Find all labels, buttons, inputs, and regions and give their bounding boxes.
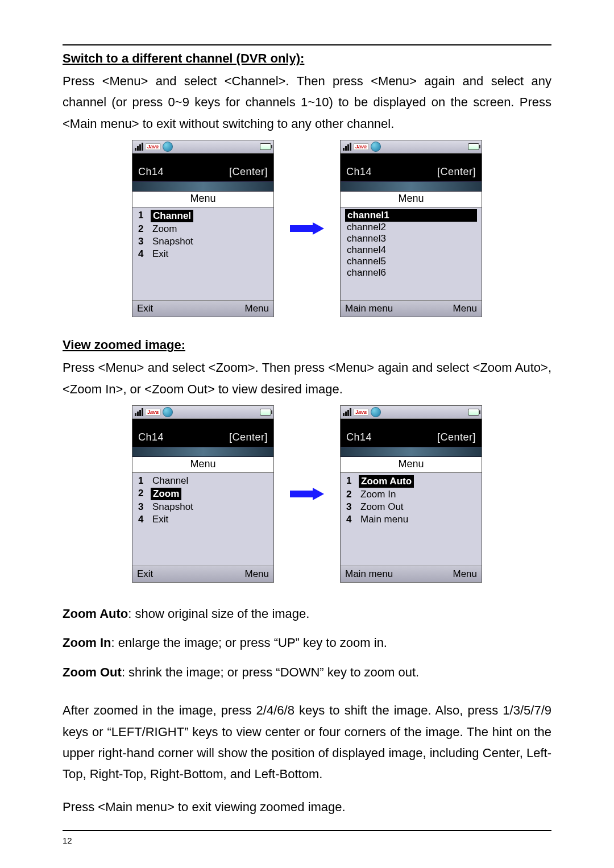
globe-icon xyxy=(163,407,173,417)
menu-item-label: channel1 xyxy=(345,209,477,222)
menu-item[interactable]: 4Main menu xyxy=(345,513,477,526)
menu-item-label: Zoom Auto xyxy=(359,475,414,488)
menu-item-label: channel5 xyxy=(345,256,477,267)
video-thumbnail xyxy=(132,181,273,192)
softkey-right[interactable]: Menu xyxy=(244,303,269,314)
figure-row-zoom: Java Ch14 [Center] Menu 1Channel2Zoom3Sn… xyxy=(63,405,551,583)
java-badge: Java xyxy=(145,143,161,150)
definition-zoom-out: Zoom Out: shrink the image; or press “DO… xyxy=(63,662,551,683)
menu-item-number: 1 xyxy=(346,475,354,488)
softkey-bar: Main menu Menu xyxy=(341,566,482,582)
menu-title: Menu xyxy=(132,457,273,473)
signal-icon xyxy=(343,408,351,416)
menu-item-label: Zoom In xyxy=(359,489,397,500)
softkey-left[interactable]: Exit xyxy=(137,303,153,314)
menu-item[interactable]: 3Snapshot xyxy=(137,501,269,513)
menu-item[interactable]: 1Channel xyxy=(137,209,269,223)
globe-icon xyxy=(371,407,381,417)
menu-item-label: channel2 xyxy=(345,222,477,233)
position-label: [Center] xyxy=(437,431,476,443)
battery-icon xyxy=(260,409,271,416)
menu-item[interactable]: channel3 xyxy=(345,233,477,244)
menu-item[interactable]: 2Zoom In xyxy=(345,488,477,501)
signal-icon xyxy=(135,408,143,416)
phone-screenshot-zoom-submenu: Java Ch14 [Center] Menu 1Zoom Auto2Zoom … xyxy=(340,405,482,583)
softkey-bar: Exit Menu xyxy=(132,566,273,582)
menu-item[interactable]: 1Zoom Auto xyxy=(345,475,477,488)
menu-item[interactable]: 2Zoom xyxy=(137,487,269,501)
menu-item-label: Exit xyxy=(151,248,170,260)
menu-item[interactable]: 4Exit xyxy=(137,248,269,260)
menu-list: 1Channel2Zoom3Snapshot4Exit xyxy=(132,473,273,566)
menu-item-label: Snapshot xyxy=(151,501,195,513)
menu-item-label: Snapshot xyxy=(151,236,195,247)
softkey-left[interactable]: Exit xyxy=(137,568,153,580)
menu-item-label: Main menu xyxy=(359,514,410,525)
menu-item-label: channel3 xyxy=(345,233,477,244)
softkey-bar: Exit Menu xyxy=(132,300,273,317)
channel-label: Ch14 xyxy=(138,431,164,443)
def-label: Zoom In xyxy=(63,636,111,650)
def-label: Zoom Out xyxy=(63,665,122,679)
menu-item[interactable]: channel1 xyxy=(345,209,477,222)
menu-item-number: 3 xyxy=(346,501,354,513)
java-badge: Java xyxy=(353,409,369,416)
position-label: [Center] xyxy=(229,166,268,178)
globe-icon xyxy=(371,142,381,152)
menu-item[interactable]: 3Zoom Out xyxy=(345,501,477,513)
video-overlay: Ch14 [Center] xyxy=(341,153,482,181)
menu-item-label: Channel xyxy=(151,475,190,487)
menu-item-number: 1 xyxy=(138,210,146,222)
para-exit-zoom: Press <Main menu> to exit viewing zoomed… xyxy=(63,796,551,817)
menu-item[interactable]: 2Zoom xyxy=(137,223,269,235)
menu-title: Menu xyxy=(341,192,482,207)
menu-item-label: Zoom xyxy=(151,488,181,500)
figure-row-channel: Java Ch14 [Center] Menu 1Channel2Zoom3Sn… xyxy=(63,140,551,317)
heading-view-zoom: View zoomed image: xyxy=(63,338,551,352)
status-bar: Java xyxy=(132,406,273,419)
softkey-left[interactable]: Main menu xyxy=(345,568,393,580)
document-page: Switch to a different channel (DVR only)… xyxy=(0,0,614,868)
definition-zoom-auto: Zoom Auto: show original size of the ima… xyxy=(63,603,551,624)
menu-item[interactable]: 1Channel xyxy=(137,475,269,487)
java-badge: Java xyxy=(353,143,369,150)
menu-item[interactable]: 3Snapshot xyxy=(137,235,269,248)
signal-icon xyxy=(135,143,143,151)
arrow-icon xyxy=(290,222,324,235)
phone-screenshot-channel-list: Java Ch14 [Center] Menu channel1channel2… xyxy=(340,140,482,317)
java-badge: Java xyxy=(145,409,161,416)
menu-item[interactable]: channel4 xyxy=(345,244,477,256)
video-thumbnail xyxy=(341,181,482,192)
menu-title: Menu xyxy=(341,457,482,473)
menu-item[interactable]: channel5 xyxy=(345,256,477,267)
softkey-right[interactable]: Menu xyxy=(453,303,477,314)
menu-item-label: Zoom xyxy=(151,223,179,235)
softkey-right[interactable]: Menu xyxy=(244,568,269,580)
menu-item-number: 4 xyxy=(346,514,354,525)
menu-title: Menu xyxy=(132,192,273,207)
para-switch-channel: Press <Menu> and select <Channel>. Then … xyxy=(63,70,551,134)
def-text: : shrink the image; or press “DOWN” key … xyxy=(122,665,419,679)
menu-item-number: 3 xyxy=(138,501,146,513)
status-bar: Java xyxy=(341,406,482,419)
menu-item[interactable]: channel2 xyxy=(345,222,477,233)
softkey-left[interactable]: Main menu xyxy=(345,303,393,314)
battery-icon xyxy=(468,409,479,416)
menu-item-label: channel6 xyxy=(345,267,477,279)
menu-item-number: 2 xyxy=(138,488,146,500)
menu-item-number: 4 xyxy=(138,248,146,260)
video-overlay: Ch14 [Center] xyxy=(132,153,273,181)
menu-item-label: Channel xyxy=(151,210,193,222)
channel-label: Ch14 xyxy=(138,166,164,178)
status-bar: Java xyxy=(132,140,273,153)
position-label: [Center] xyxy=(229,431,268,443)
status-bar: Java xyxy=(341,140,482,153)
softkey-bar: Main menu Menu xyxy=(341,300,482,317)
menu-item[interactable]: channel6 xyxy=(345,267,477,279)
menu-list: channel1channel2channel3channel4channel5… xyxy=(341,207,482,300)
menu-item-label: Exit xyxy=(151,514,170,525)
phone-screenshot-menu-zoom: Java Ch14 [Center] Menu 1Channel2Zoom3Sn… xyxy=(132,405,274,583)
menu-item-number: 2 xyxy=(138,223,146,235)
softkey-right[interactable]: Menu xyxy=(453,568,477,580)
menu-item[interactable]: 4Exit xyxy=(137,513,269,526)
